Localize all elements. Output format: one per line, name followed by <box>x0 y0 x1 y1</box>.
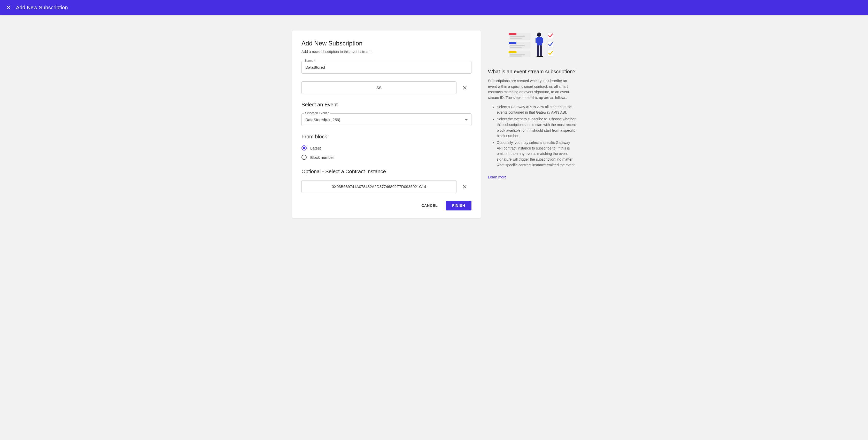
select-event-label: Select an Event * <box>304 111 330 115</box>
svg-rect-8 <box>510 36 525 37</box>
radio-latest[interactable]: Latest <box>302 146 471 151</box>
illustration <box>488 31 576 59</box>
info-bullet: Select a Gateway API to view all smart c… <box>497 104 576 116</box>
radio-icon-unselected <box>302 155 307 160</box>
svg-rect-11 <box>509 42 517 44</box>
svg-rect-24 <box>536 56 540 57</box>
svg-rect-12 <box>510 45 525 46</box>
svg-rect-9 <box>510 38 522 39</box>
svg-point-18 <box>537 33 541 37</box>
clear-contract-icon[interactable] <box>462 184 468 190</box>
topbar-title: Add New Subscription <box>16 5 68 10</box>
svg-rect-22 <box>537 45 539 56</box>
radio-block-number[interactable]: Block number <box>302 155 471 160</box>
form-heading: Add New Subscription <box>302 40 471 47</box>
svg-rect-25 <box>540 56 543 57</box>
contract-input[interactable] <box>302 180 457 193</box>
info-heading: What is an event stream subscription? <box>488 69 576 74</box>
select-event-input[interactable] <box>302 113 471 126</box>
svg-rect-23 <box>540 45 542 56</box>
svg-rect-13 <box>510 47 522 48</box>
info-bullet-list: Select a Gateway API to view all smart c… <box>488 104 576 168</box>
svg-rect-17 <box>510 56 522 57</box>
info-panel: What is an event stream subscription? Su… <box>488 30 576 179</box>
svg-rect-20 <box>535 38 537 43</box>
svg-rect-21 <box>541 38 543 43</box>
cancel-button[interactable]: CANCEL <box>418 201 441 210</box>
svg-rect-15 <box>509 51 517 53</box>
finish-button[interactable]: FINISH <box>446 201 471 211</box>
svg-rect-16 <box>510 54 525 55</box>
topbar: Add New Subscription <box>0 0 868 15</box>
svg-rect-7 <box>509 33 517 35</box>
subscription-form-card: Add New Subscription Add a new subscript… <box>292 30 481 218</box>
radio-latest-label: Latest <box>310 146 321 150</box>
name-input[interactable] <box>302 61 471 73</box>
clear-filter-icon[interactable] <box>462 85 468 91</box>
form-actions: CANCEL FINISH <box>302 201 471 211</box>
name-field-wrap: Name * <box>302 61 471 73</box>
info-bullet: Optionally, you may select a specific Ga… <box>497 140 576 168</box>
filter-row <box>302 81 471 94</box>
from-block-heading: From block <box>302 134 471 140</box>
radio-icon-selected <box>302 146 307 151</box>
info-bullet: Select the event to subscribe to. Choose… <box>497 117 576 139</box>
select-event-field[interactable]: Select an Event * <box>302 113 471 126</box>
radio-block-number-label: Block number <box>310 155 334 160</box>
name-label: Name * <box>304 59 316 62</box>
learn-more-link[interactable]: Learn more <box>488 175 506 179</box>
filter-input[interactable] <box>302 81 457 94</box>
contract-instance-heading: Optional - Select a Contract Instance <box>302 168 471 175</box>
contract-row <box>302 180 471 193</box>
close-icon[interactable] <box>6 5 11 10</box>
select-event-heading: Select an Event <box>302 102 471 108</box>
form-subtitle: Add a new subscription to this event str… <box>302 50 471 54</box>
info-paragraph: Subscriptions are created when you subsc… <box>488 78 576 101</box>
